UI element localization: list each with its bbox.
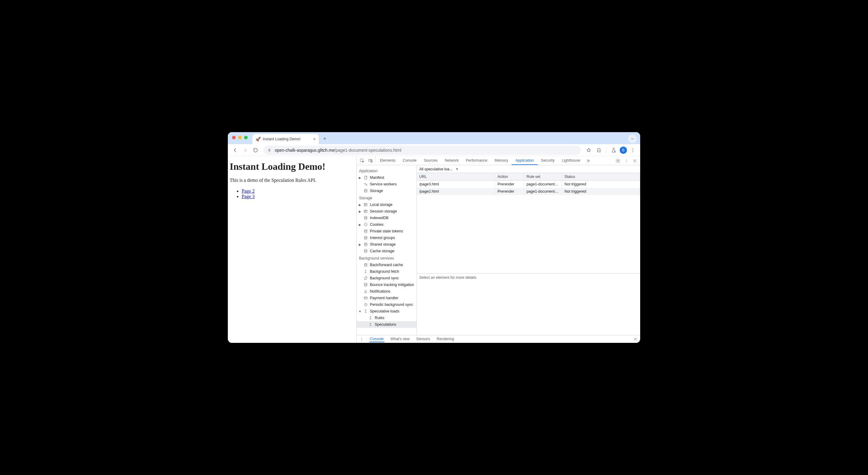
svg-point-24 [365, 249, 367, 251]
back-button[interactable] [231, 146, 239, 154]
sidebar-item-periodic-background-sync[interactable]: Periodic background sync [356, 301, 416, 308]
sidebar-item-shared-storage[interactable]: ▶Shared storage [356, 241, 416, 248]
inspect-element-button[interactable] [358, 156, 366, 165]
close-tab-button[interactable]: × [313, 137, 316, 142]
new-tab-button[interactable]: + [320, 135, 329, 143]
page-link-list: Page 2 Page 3 [230, 188, 354, 199]
drawer-kebab-button[interactable] [359, 337, 365, 342]
profile-avatar[interactable]: B [620, 147, 627, 154]
sidebar-item-bounce-tracking-mitigation[interactable]: Bounce tracking mitigation [356, 281, 416, 288]
cell-ruleset: page1-document-… [524, 188, 562, 195]
sidebar-item-label: Local storage [370, 203, 393, 207]
drawer-tab-console[interactable]: Console [369, 337, 384, 342]
table-header-row: URL Action Rule set Status [417, 173, 640, 181]
devtools-tab-application[interactable]: Application [512, 156, 537, 165]
device-toolbar-button[interactable] [366, 156, 375, 165]
minimize-window-button[interactable] [238, 136, 242, 139]
table-row[interactable]: /page2.htmlPrerenderpage1-document-…Not … [417, 188, 640, 195]
devtools-tab-memory[interactable]: Memory [491, 156, 512, 165]
sidebar-item-session-storage[interactable]: ▶Session storage [356, 208, 416, 215]
divider [375, 156, 376, 162]
bookmark-button[interactable] [585, 146, 593, 154]
page-link[interactable]: Page 2 [242, 188, 255, 194]
svg-point-2 [633, 150, 633, 150]
sidebar-item-label: Periodic background sync [370, 302, 413, 307]
sidebar-item-label: Interest groups [370, 236, 395, 240]
sidebar-item-speculations[interactable]: Speculations [356, 321, 416, 328]
col-status[interactable]: Status [562, 173, 640, 181]
expand-arrow-icon: ▶ [359, 223, 362, 226]
sync-icon [363, 309, 368, 314]
forward-button[interactable] [241, 146, 249, 154]
reload-button[interactable] [251, 146, 260, 154]
maximize-window-button[interactable] [244, 136, 248, 139]
speculations-table: URL Action Rule set Status /page3.htmlPr… [417, 173, 640, 274]
devtools-tab-lighthouse[interactable]: Lighthouse [558, 156, 584, 165]
page-link[interactable]: Page 3 [242, 194, 255, 199]
kebab-menu-button[interactable] [629, 146, 637, 154]
drawer-close-button[interactable] [632, 337, 638, 342]
sidebar-item-interest-groups[interactable]: Interest groups [356, 235, 416, 241]
sync-icon [368, 316, 373, 320]
address-bar[interactable]: open-chalk-asparagus.glitch.me/page1-doc… [264, 146, 581, 155]
labs-button[interactable] [610, 146, 618, 154]
devtools-kebab-button[interactable] [622, 156, 630, 165]
sidebar-item-indexeddb[interactable]: IndexedDB [356, 215, 416, 221]
svg-point-18 [364, 223, 367, 226]
toolbar-divider [606, 147, 607, 153]
svg-point-7 [617, 160, 619, 161]
devtools-tab-network[interactable]: Network [441, 156, 462, 165]
svg-point-14 [365, 189, 367, 190]
sidebar-item-cache-storage[interactable]: Cache storage [356, 248, 416, 255]
sidebar-item-rules[interactable]: Rules [356, 315, 416, 321]
sidebar-item-payment-handler[interactable]: Payment handler [356, 295, 416, 301]
tab-overflow-button[interactable] [628, 135, 637, 143]
devtools-close-button[interactable] [630, 156, 639, 165]
sidebar-item-back-forward-cache[interactable]: Back/forward cache [356, 262, 416, 268]
sync-icon [363, 269, 368, 274]
sidebar-item-speculative-loads[interactable]: ▼Speculative loads [356, 308, 416, 315]
sidebar-item-label: Session storage [370, 209, 397, 213]
col-ruleset[interactable]: Rule set [524, 173, 562, 181]
drawer-tab-what-s-new[interactable]: What's new [390, 337, 410, 342]
filter-label: All speculative loa… [419, 167, 453, 171]
sidebar-item-manifest[interactable]: ▶Manifest [356, 174, 416, 181]
svg-point-13 [366, 184, 367, 186]
devtools-tab-performance[interactable]: Performance [462, 156, 491, 165]
sidebar-item-service-workers[interactable]: Service workers [356, 181, 416, 187]
devtools-settings-button[interactable] [614, 156, 622, 165]
svg-rect-16 [364, 210, 367, 212]
sidebar-item-notifications[interactable]: Notifications [356, 288, 416, 295]
devtools-tab-sources[interactable]: Sources [420, 156, 441, 165]
sidebar-item-cookies[interactable]: ▶Cookies [356, 221, 416, 228]
table-row[interactable]: /page3.htmlPrerenderpage1-document-…Not … [417, 181, 640, 188]
col-url[interactable]: URL [417, 173, 495, 181]
col-action[interactable]: Action [495, 173, 524, 181]
devtools-tab-elements[interactable]: Elements [376, 156, 399, 165]
devtools-panel: ElementsConsoleSourcesNetworkPerformance… [356, 156, 640, 343]
sidebar-item-private-state-tokens[interactable]: Private state tokens [356, 228, 416, 235]
extensions-button[interactable] [595, 146, 603, 154]
sidebar-item-background-sync[interactable]: Background sync [356, 275, 416, 281]
devtools-tab-security[interactable]: Security [537, 156, 558, 165]
svg-point-20 [366, 225, 366, 225]
sidebar-item-label: Cookies [370, 222, 383, 227]
sidebar-item-label: Service workers [370, 182, 397, 186]
more-tabs-button[interactable] [584, 156, 592, 165]
application-sidebar[interactable]: Application▶ManifestService workersStora… [356, 165, 417, 335]
drawer-tab-rendering[interactable]: Rendering [436, 337, 455, 342]
close-window-button[interactable] [232, 136, 236, 139]
sidebar-item-storage[interactable]: Storage [356, 187, 416, 194]
devtools-tab-console[interactable]: Console [399, 156, 420, 165]
speculations-filter-dropdown[interactable]: All speculative loa… ▼ [419, 167, 458, 171]
sidebar-item-background-fetch[interactable]: Background fetch [356, 268, 416, 275]
drawer-tab-sensors[interactable]: Sensors [416, 337, 431, 342]
db-icon [363, 188, 368, 193]
browser-tab[interactable]: 🚀 Instant Loading Demo! × [252, 134, 319, 144]
sidebar-item-local-storage[interactable]: ▶Local storage [356, 201, 416, 208]
site-info-icon[interactable] [266, 147, 272, 153]
speculations-filter-bar: All speculative loa… ▼ [417, 165, 640, 173]
cell-action: Prerender [495, 181, 524, 188]
devtools-body: Application▶ManifestService workersStora… [356, 165, 640, 335]
refresh-icon [363, 276, 368, 280]
